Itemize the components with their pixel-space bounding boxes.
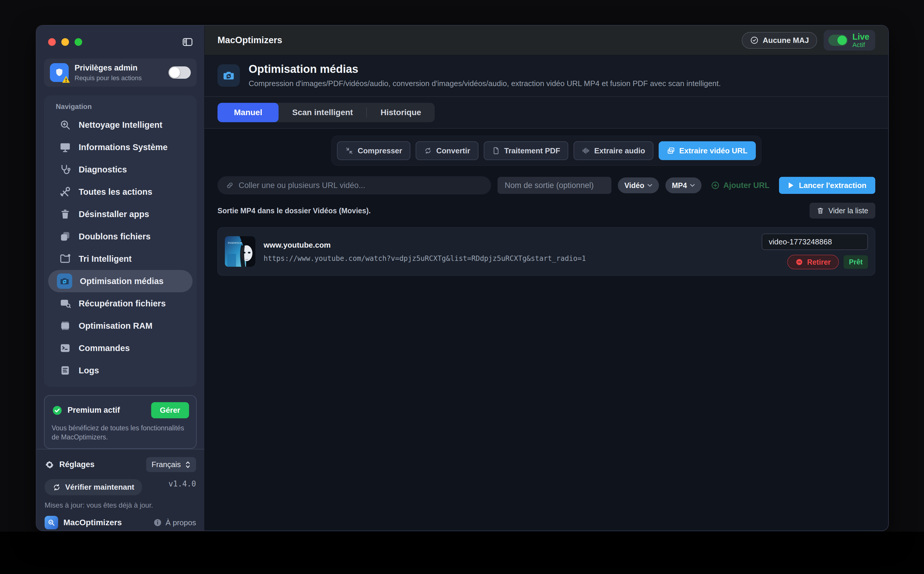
sidebar-item-optimisation-medias[interactable]: Optimisation médias xyxy=(48,270,193,292)
sidebar-item-label: Tri Intelligent xyxy=(79,254,132,264)
tab-scan-intelligent[interactable]: Scan intelligent xyxy=(278,103,366,122)
language-select[interactable]: Français xyxy=(146,457,196,472)
sidebar-item-label: Logs xyxy=(79,366,99,375)
admin-privileges-card: Privilèges admin Requis pour les actions xyxy=(44,58,196,87)
sidebar-item-label: Diagnostics xyxy=(79,165,127,175)
video-thumbnail: evanescence xyxy=(225,236,255,267)
manage-premium-button[interactable]: Gérer xyxy=(151,402,189,418)
chip-icon xyxy=(59,320,71,332)
sidebar-toggle-icon[interactable] xyxy=(181,36,194,48)
tools-icon xyxy=(59,186,71,198)
sidebar-item-recuperation[interactable]: Récupération fichiers xyxy=(48,292,193,315)
sidebar-item-diagnostics[interactable]: Diagnostics xyxy=(48,158,193,181)
sidebar-item-label: Doublons fichiers xyxy=(79,232,151,241)
tab-bar: Manuel Scan intelligent Historique xyxy=(217,103,435,122)
play-icon xyxy=(788,182,794,189)
sidebar-item-label: Désinstaller apps xyxy=(79,210,149,219)
sidebar-item-label: Optimisation médias xyxy=(80,276,163,286)
output-name-input[interactable] xyxy=(498,177,611,194)
convert-icon xyxy=(424,147,432,155)
sidebar: Privilèges admin Requis pour les actions… xyxy=(36,25,204,530)
start-extraction-label: Lancer l'extraction xyxy=(799,181,866,190)
sidebar-item-ram[interactable]: Optimisation RAM xyxy=(48,315,193,337)
app-logo-icon xyxy=(45,516,58,529)
update-status-text: Mises à jour: vous êtes déjà à jour. xyxy=(45,501,196,509)
sidebar-item-label: Informations Système xyxy=(79,142,168,152)
mode-label: Compresser xyxy=(358,146,402,155)
admin-subtitle: Requis pour les actions xyxy=(75,74,163,82)
check-circle-icon xyxy=(750,36,759,45)
chevron-down-icon xyxy=(647,184,652,187)
no-update-label: Aucune MAJ xyxy=(763,36,809,45)
video-url-text: https://www.youtube.com/watch?v=dpjz5uRC… xyxy=(264,254,753,263)
mode-extraire-video-url-button[interactable]: Extraire vidéo URL xyxy=(658,141,756,160)
tab-manuel[interactable]: Manuel xyxy=(217,103,278,122)
video-name-input[interactable] xyxy=(762,233,868,250)
navigation-label: Navigation xyxy=(48,102,193,111)
close-window-button[interactable] xyxy=(48,38,56,46)
video-site: www.youtube.com xyxy=(264,241,753,250)
mode-label: Convertir xyxy=(436,146,470,155)
gear-icon xyxy=(45,460,55,470)
premium-title: Premium actif xyxy=(68,406,146,415)
mode-convertir-button[interactable]: Convertir xyxy=(416,141,478,160)
output-note-row: Sortie MP4 dans le dossier Vidéos (Movie… xyxy=(217,203,875,219)
monitor-icon xyxy=(59,141,71,153)
about-button[interactable]: À propos xyxy=(153,518,196,527)
logs-icon xyxy=(59,364,71,376)
format-dropdown[interactable]: MP4 xyxy=(665,177,701,193)
minus-circle-icon xyxy=(795,258,803,266)
mode-compresser-button[interactable]: Compresser xyxy=(337,141,410,160)
terminal-icon xyxy=(59,342,71,354)
version-label: v1.4.0 xyxy=(168,479,196,488)
minimize-window-button[interactable] xyxy=(61,38,69,46)
settings-button[interactable]: Réglages xyxy=(45,460,94,470)
titlebar: MacOptimizers Aucune MAJ Live Actif xyxy=(204,25,888,55)
video-url-input[interactable] xyxy=(239,181,483,190)
mode-label: Traitement PDF xyxy=(504,146,560,155)
camera-sync-icon xyxy=(57,273,72,289)
chevron-down-icon xyxy=(690,184,695,187)
output-note: Sortie MP4 dans le dossier Vidéos (Movie… xyxy=(217,207,371,215)
add-url-button[interactable]: Ajouter URL xyxy=(711,181,770,190)
sidebar-item-nettoyage[interactable]: Nettoyage Intelligent xyxy=(48,114,193,136)
admin-title: Privilèges admin xyxy=(75,63,163,73)
mode-traitement-pdf-button[interactable]: Traitement PDF xyxy=(484,141,569,160)
check-now-button[interactable]: Vérifier maintenant xyxy=(45,479,142,495)
page-subtitle: Compression d'images/PDF/vidéos/audio, c… xyxy=(248,79,721,88)
live-status-badge: Live Actif xyxy=(823,30,875,50)
clear-list-button[interactable]: Vider la liste xyxy=(809,203,875,219)
mode-extraire-audio-button[interactable]: Extraire audio xyxy=(574,141,653,160)
sidebar-item-label: Commandes xyxy=(79,344,130,353)
sidebar-item-logs[interactable]: Logs xyxy=(48,359,193,382)
sidebar-item-doublons[interactable]: Doublons fichiers xyxy=(48,226,193,248)
sidebar-item-label: Nettoyage Intelligent xyxy=(79,120,162,130)
trash-icon xyxy=(59,208,71,220)
start-extraction-button[interactable]: Lancer l'extraction xyxy=(779,177,875,194)
type-dropdown[interactable]: Vidéo xyxy=(618,177,659,193)
remove-video-button[interactable]: Retirer xyxy=(787,255,839,270)
tab-historique[interactable]: Historique xyxy=(367,103,434,122)
video-list-item: evanescence www.youtube.com https://www.… xyxy=(217,227,875,276)
about-label: À propos xyxy=(165,518,196,527)
clear-list-label: Vider la liste xyxy=(828,207,868,215)
sidebar-item-commandes[interactable]: Commandes xyxy=(48,337,193,359)
mode-selector: Compresser Convertir Traitement PDF Extr… xyxy=(332,136,761,166)
titlebar-title: MacOptimizers xyxy=(217,35,282,46)
no-update-badge[interactable]: Aucune MAJ xyxy=(742,32,817,49)
chevron-updown-icon xyxy=(185,460,191,469)
live-label: Live xyxy=(852,32,869,41)
sidebar-item-desinstaller[interactable]: Désinstaller apps xyxy=(48,203,193,226)
navigation-panel: Navigation Nettoyage Intelligent Informa… xyxy=(44,95,196,387)
section-header: Optimisation médias Compression d'images… xyxy=(204,55,888,97)
sidebar-item-tri[interactable]: Tri Intelligent xyxy=(48,248,193,270)
folder-gear-icon xyxy=(59,253,71,265)
live-toggle[interactable] xyxy=(828,35,848,46)
url-input-wrap xyxy=(217,176,491,194)
admin-toggle[interactable] xyxy=(168,66,191,79)
sidebar-item-actions[interactable]: Toutes les actions xyxy=(48,181,193,203)
link-icon xyxy=(226,181,234,189)
add-url-label: Ajouter URL xyxy=(723,181,770,190)
sidebar-item-informations[interactable]: Informations Système xyxy=(48,136,193,158)
zoom-window-button[interactable] xyxy=(75,38,82,46)
